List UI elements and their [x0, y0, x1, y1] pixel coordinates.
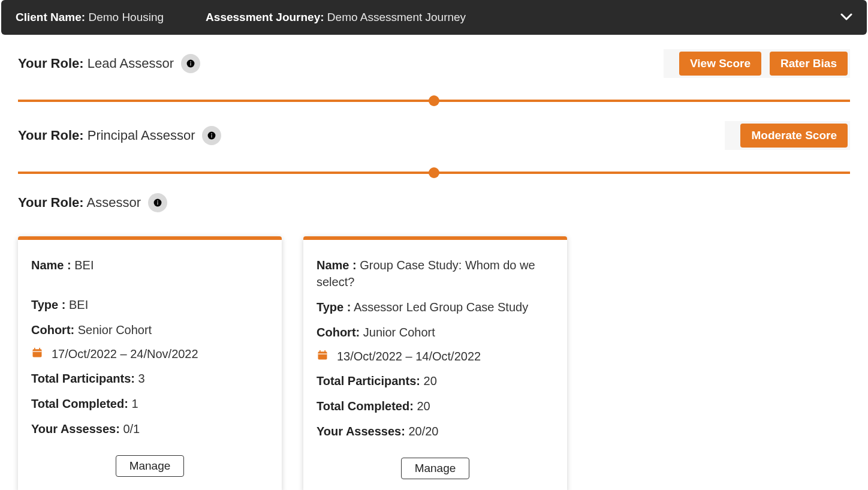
svg-point-8: [157, 200, 158, 202]
role-section-lead: Your Role: Lead Assessor View Score Rate…: [18, 47, 850, 102]
role-section-principal: Your Role: Principal Assessor Moderate S…: [18, 119, 850, 174]
card-assesses-label: Your Assesses:: [317, 425, 405, 438]
card-cohort-label: Cohort:: [31, 323, 74, 336]
role-value: Principal Assessor: [88, 128, 195, 143]
svg-rect-12: [39, 348, 40, 350]
card-assesses-value: 20/20: [408, 425, 438, 438]
role-value: Assessor: [87, 195, 141, 210]
info-icon[interactable]: [202, 126, 221, 145]
card-type-label: Type :: [31, 298, 65, 311]
card-participants-value: 3: [138, 372, 145, 385]
card-type-value: BEI: [69, 298, 88, 311]
role-label: Your Role:: [18, 128, 84, 143]
client-name-block: Client Name: Demo Housing: [16, 11, 164, 24]
view-score-button[interactable]: View Score: [679, 52, 761, 76]
calendar-icon: [317, 349, 328, 364]
section-divider: [18, 172, 850, 174]
divider-handle[interactable]: [429, 167, 439, 178]
svg-rect-4: [212, 135, 212, 138]
journey-value: Demo Assessment Journey: [327, 11, 466, 23]
svg-rect-14: [318, 354, 327, 354]
svg-rect-1: [190, 63, 191, 66]
role-section-assessor: Your Role: Assessor Name : BEI Type : BE…: [18, 191, 850, 490]
section-divider: [18, 100, 850, 102]
info-icon[interactable]: [181, 54, 200, 73]
spacer: [31, 282, 269, 296]
card-type-label: Type :: [317, 300, 351, 314]
assessment-card: Name : BEI Type : BEI Cohort: Senior Coh…: [18, 236, 282, 490]
svg-rect-15: [320, 350, 321, 353]
card-participants-label: Total Participants:: [317, 374, 420, 387]
card-assesses-value: 0/1: [123, 422, 140, 435]
card-participants-label: Total Participants:: [31, 372, 135, 385]
card-assesses-label: Your Assesses:: [31, 422, 120, 435]
svg-rect-9: [33, 349, 42, 357]
header-left: Client Name: Demo Housing Assessment Jou…: [16, 11, 466, 24]
card-name-value: BEI: [74, 258, 94, 272]
chevron-down-icon[interactable]: [840, 12, 852, 23]
card-date-range: 13/Oct/2022 – 14/Oct/2022: [337, 350, 481, 363]
svg-rect-10: [33, 351, 42, 352]
client-name-label: Client Name:: [16, 11, 85, 23]
card-completed-value: 1: [131, 397, 138, 410]
moderate-score-button[interactable]: Moderate Score: [740, 124, 848, 148]
card-type-value: Assessor Led Group Case Study: [354, 300, 528, 314]
svg-point-5: [212, 133, 213, 134]
manage-button[interactable]: Manage: [401, 458, 470, 479]
card-date-range: 17/Oct/2022 – 24/Nov/2022: [52, 347, 198, 361]
role-title-principal: Your Role: Principal Assessor: [18, 126, 221, 145]
assessment-card: Name : Group Case Study: Whom do we sele…: [303, 236, 567, 490]
card-cohort-value: Junior Cohort: [363, 326, 435, 339]
card-name-label: Name :: [317, 258, 357, 272]
svg-rect-16: [324, 350, 326, 353]
header-bar: Client Name: Demo Housing Assessment Jou…: [1, 0, 867, 35]
card-completed-label: Total Completed:: [317, 399, 414, 413]
card-name-label: Name :: [31, 258, 71, 272]
svg-point-2: [190, 61, 191, 62]
divider-handle[interactable]: [429, 95, 439, 106]
svg-rect-7: [157, 202, 158, 205]
manage-button[interactable]: Manage: [116, 455, 185, 477]
card-participants-value: 20: [424, 374, 437, 387]
info-icon[interactable]: [148, 193, 167, 212]
role-label: Your Role:: [18, 56, 84, 71]
cards-container: Name : BEI Type : BEI Cohort: Senior Coh…: [18, 236, 850, 490]
role-label: Your Role:: [18, 195, 84, 210]
role-value: Lead Assessor: [88, 56, 174, 71]
role-title-assessor: Your Role: Assessor: [18, 193, 167, 212]
role-title-lead: Your Role: Lead Assessor: [18, 54, 200, 73]
card-completed-value: 20: [417, 399, 430, 413]
svg-rect-13: [318, 351, 327, 359]
rater-bias-button[interactable]: Rater Bias: [770, 52, 848, 76]
journey-label: Assessment Journey:: [206, 11, 324, 23]
card-completed-label: Total Completed:: [31, 397, 128, 410]
card-cohort-value: Senior Cohort: [78, 323, 152, 336]
svg-rect-11: [34, 348, 35, 350]
role-actions-principal: Moderate Score: [725, 121, 850, 150]
card-cohort-label: Cohort:: [317, 326, 360, 339]
calendar-icon: [31, 347, 43, 362]
journey-block: Assessment Journey: Demo Assessment Jour…: [206, 11, 466, 24]
role-actions-lead: View Score Rater Bias: [664, 49, 850, 78]
client-name-value: Demo Housing: [88, 11, 164, 23]
